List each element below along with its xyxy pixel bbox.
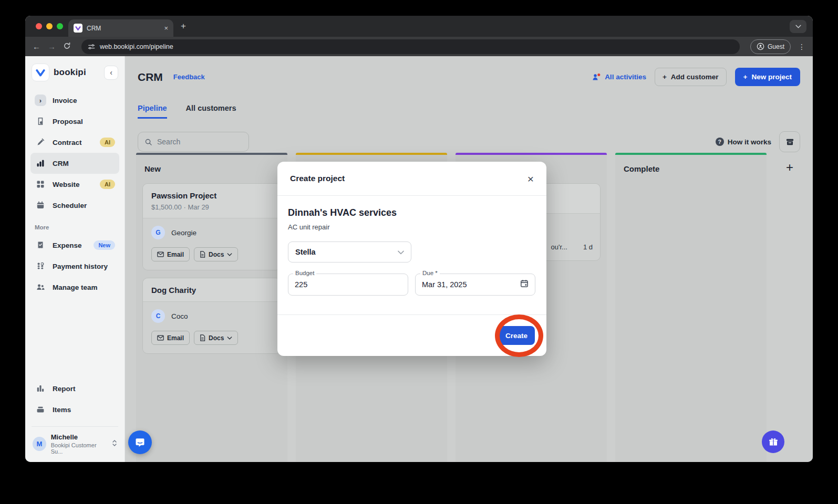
due-label: Due * bbox=[420, 270, 440, 276]
chevron-down-icon bbox=[398, 247, 404, 257]
card-snippet: ou'r... bbox=[551, 243, 567, 251]
question-icon: ? bbox=[716, 138, 724, 146]
ai-badge: AI bbox=[100, 138, 115, 147]
project-card-dog-charity[interactable]: Dog Charity C Coco Emai bbox=[142, 278, 281, 354]
ai-badge: AI bbox=[100, 180, 115, 189]
sidebar-item-payment-history[interactable]: Payment history bbox=[30, 256, 119, 277]
chevron-down-icon bbox=[227, 253, 232, 256]
sidebar-item-website[interactable]: Website AI bbox=[30, 174, 119, 195]
email-button[interactable]: Email bbox=[151, 247, 190, 261]
sidebar-item-items[interactable]: Items bbox=[30, 399, 119, 420]
sidebar-item-crm[interactable]: CRM bbox=[30, 153, 119, 174]
sidebar-item-report[interactable]: Report bbox=[30, 378, 119, 399]
new-badge: New bbox=[94, 240, 115, 250]
browser-window: CRM × + ← → web.bookipi.com/pipeline Gue… bbox=[25, 16, 813, 462]
guest-label: Guest bbox=[768, 43, 784, 50]
profile-avatar: M bbox=[33, 437, 46, 451]
docs-button[interactable]: Docs bbox=[194, 247, 238, 261]
chat-icon bbox=[135, 437, 146, 448]
search-input[interactable] bbox=[157, 138, 231, 146]
rewards-button[interactable] bbox=[762, 430, 784, 453]
sidebar-item-proposal[interactable]: Proposal bbox=[30, 111, 119, 132]
annotation-circle bbox=[495, 314, 543, 357]
sidebar-item-expense[interactable]: Expense New bbox=[30, 235, 119, 256]
all-activities-link[interactable]: All activities bbox=[592, 73, 646, 81]
profile-subtitle: Bookipi Customer Su... bbox=[51, 442, 107, 455]
chat-support-button[interactable] bbox=[128, 430, 152, 454]
archived-projects-button[interactable] bbox=[779, 131, 800, 152]
proposal-icon bbox=[35, 117, 46, 125]
due-date-input[interactable] bbox=[422, 280, 501, 289]
sidebar-item-contract[interactable]: Contract AI bbox=[30, 132, 119, 153]
docs-button[interactable]: Docs bbox=[194, 331, 238, 345]
tab-title: CRM bbox=[87, 25, 160, 32]
profile-name: Michelle bbox=[51, 433, 107, 441]
url-bar[interactable]: web.bookipi.com/pipeline bbox=[81, 39, 740, 54]
tab-search-chevron-button[interactable] bbox=[790, 20, 806, 33]
invoice-icon: › bbox=[35, 94, 46, 106]
page-title: CRM bbox=[138, 71, 163, 83]
modal-title: Create project bbox=[290, 174, 345, 183]
tab-close-icon[interactable]: × bbox=[164, 24, 168, 32]
manage-team-icon bbox=[35, 283, 46, 291]
budget-label: Budget bbox=[293, 270, 316, 276]
feedback-link[interactable]: Feedback bbox=[173, 73, 205, 81]
new-project-button[interactable]: + New project bbox=[735, 68, 800, 86]
budget-field: Budget bbox=[288, 274, 408, 296]
close-window-button[interactable] bbox=[36, 23, 42, 29]
envelope-icon bbox=[157, 251, 164, 257]
payment-history-icon bbox=[35, 262, 46, 270]
guest-profile-button[interactable]: Guest bbox=[750, 39, 791, 54]
how-it-works-link[interactable]: ? How it works bbox=[716, 138, 771, 146]
more-section-label: More bbox=[30, 216, 119, 235]
sidebar: bookipi ‹ › Invoice Proposal Contract AI bbox=[25, 56, 125, 462]
forward-button[interactable]: → bbox=[48, 42, 56, 51]
add-customer-button[interactable]: + Add customer bbox=[655, 68, 727, 86]
modal-close-icon[interactable]: × bbox=[527, 173, 534, 184]
budget-input[interactable] bbox=[295, 280, 374, 289]
sidebar-item-scheduler[interactable]: Scheduler bbox=[30, 195, 119, 216]
back-button[interactable]: ← bbox=[33, 42, 40, 51]
card-time: 1 d bbox=[583, 243, 593, 251]
profile-switcher[interactable]: M Michelle Bookipi Customer Su... bbox=[30, 432, 119, 456]
browser-tab[interactable]: CRM × bbox=[68, 19, 173, 37]
contact-avatar: G bbox=[151, 226, 165, 239]
plus-icon: + bbox=[743, 73, 748, 81]
column-complete: Complete bbox=[615, 153, 767, 462]
contract-icon bbox=[35, 138, 46, 146]
crm-icon bbox=[35, 159, 46, 167]
maximize-window-button[interactable] bbox=[57, 23, 63, 29]
document-icon bbox=[200, 251, 205, 258]
envelope-icon bbox=[157, 335, 164, 341]
email-button[interactable]: Email bbox=[151, 331, 190, 345]
gift-icon bbox=[768, 437, 779, 447]
tab-pipeline[interactable]: Pipeline bbox=[138, 104, 167, 119]
calendar-icon[interactable] bbox=[520, 279, 529, 290]
browser-toolbar: ← → web.bookipi.com/pipeline Guest ⋮ bbox=[25, 37, 813, 56]
site-settings-icon bbox=[88, 43, 95, 50]
browser-tab-strip: CRM × + bbox=[25, 16, 813, 37]
sidebar-item-invoice[interactable]: › Invoice bbox=[30, 90, 119, 111]
plus-icon: + bbox=[663, 73, 667, 81]
scheduler-icon bbox=[35, 201, 46, 209]
assignee-select[interactable]: Stella bbox=[288, 242, 411, 262]
url-text: web.bookipi.com/pipeline bbox=[100, 43, 173, 50]
person-icon bbox=[757, 43, 764, 50]
profile-chevrons-icon bbox=[112, 439, 117, 449]
add-column-button[interactable]: + bbox=[775, 153, 804, 462]
browser-menu-button[interactable]: ⋮ bbox=[798, 43, 805, 51]
column-new: New Pawssion Project $1,500.00 · Mar 29 … bbox=[136, 153, 287, 462]
tab-all-customers[interactable]: All customers bbox=[186, 104, 236, 119]
project-card-pawssion[interactable]: Pawssion Project $1,500.00 · Mar 29 G Ge… bbox=[142, 183, 281, 270]
items-icon bbox=[35, 405, 46, 414]
bookipi-favicon-icon bbox=[74, 24, 82, 33]
sidebar-collapse-button[interactable]: ‹ bbox=[104, 66, 118, 80]
bookipi-logo-icon bbox=[32, 64, 49, 81]
search-icon bbox=[144, 138, 152, 146]
sidebar-item-manage-team[interactable]: Manage team bbox=[30, 277, 119, 298]
document-icon bbox=[200, 334, 205, 341]
minimize-window-button[interactable] bbox=[46, 23, 53, 29]
reload-button[interactable] bbox=[63, 42, 71, 51]
contact-avatar: C bbox=[151, 309, 165, 323]
new-tab-button[interactable]: + bbox=[181, 21, 186, 32]
